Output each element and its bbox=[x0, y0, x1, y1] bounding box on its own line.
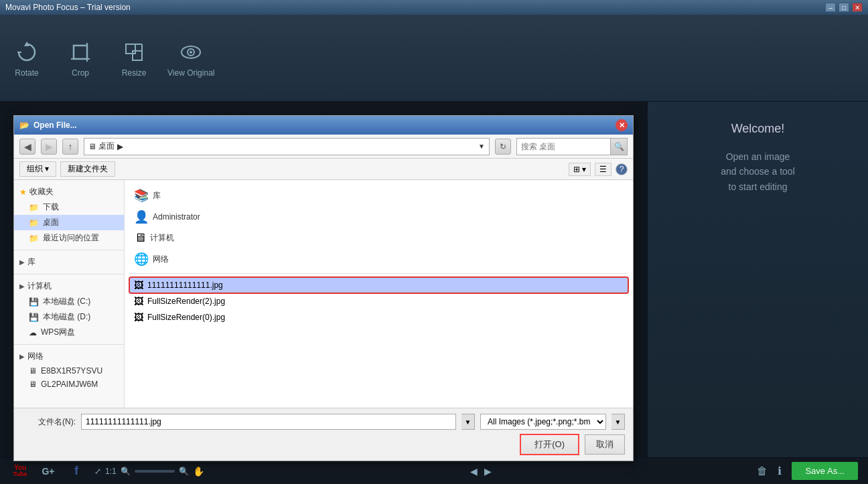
zoom-out-icon[interactable]: 🔍 bbox=[121, 467, 131, 476]
file-name-1: FullSizeRender(2).jpg bbox=[147, 297, 225, 306]
sidebar-item-network-1[interactable]: 🖥 E8BX1R57YSVU bbox=[14, 364, 124, 378]
filetype-dropdown[interactable]: ▼ bbox=[611, 414, 625, 430]
fit-icon[interactable]: ⤢ bbox=[94, 467, 101, 476]
organize-button[interactable]: 组织 ▾ bbox=[19, 161, 56, 177]
path-label: 桌面 bbox=[98, 141, 115, 152]
app-container: Rotate Crop Resize View Original bbox=[0, 15, 868, 484]
desktop-icon: 📁 bbox=[29, 218, 39, 228]
search-input[interactable] bbox=[516, 138, 610, 155]
delete-button[interactable]: 🗑 bbox=[757, 465, 768, 477]
sidebar-item-desktop[interactable]: 📁 桌面 bbox=[14, 215, 124, 230]
facebook-icon[interactable]: f bbox=[66, 463, 86, 479]
sidebar-group-library[interactable]: ▶ 库 bbox=[14, 254, 124, 270]
sidebar-item-wps[interactable]: ☁ WPS网盘 bbox=[14, 325, 124, 340]
top-toolbar: Rotate Crop Resize View Original bbox=[0, 15, 868, 102]
folder-item-0[interactable]: 📚 库 bbox=[130, 185, 628, 206]
right-panel: Welcome! Open an image and choose a tool… bbox=[647, 102, 868, 457]
filename-input[interactable] bbox=[81, 414, 456, 430]
search-button[interactable]: 🔍 bbox=[610, 138, 628, 155]
dialog-close-button[interactable]: ✕ bbox=[616, 119, 628, 131]
minimize-button[interactable]: – bbox=[825, 3, 836, 12]
sidebar-group-favorites[interactable]: ★ 收藏夹 bbox=[14, 184, 124, 199]
youtube-icon[interactable]: You Tube bbox=[10, 463, 30, 479]
crop-icon bbox=[67, 39, 94, 66]
zoom-label: 1:1 bbox=[105, 467, 117, 476]
library-label: 库 bbox=[27, 256, 35, 268]
folder-item-3[interactable]: 🌐 网络 bbox=[130, 249, 628, 269]
save-as-button[interactable]: Save As... bbox=[792, 462, 858, 480]
recent-icon: 📁 bbox=[29, 234, 39, 243]
prev-button[interactable]: ◀ bbox=[470, 466, 478, 477]
sidebar-item-drive-c[interactable]: 💾 本地磁盘 (C:) bbox=[14, 294, 124, 309]
view-original-icon bbox=[177, 39, 204, 66]
back-button[interactable]: ◀ bbox=[19, 139, 35, 155]
view-original-tool[interactable]: View Original bbox=[167, 39, 214, 78]
open-button[interactable]: 打开(O) bbox=[520, 434, 579, 455]
view-original-label: View Original bbox=[167, 68, 214, 78]
divider-3 bbox=[14, 344, 124, 345]
help-button[interactable]: ? bbox=[616, 163, 628, 175]
filetype-select[interactable]: All Images (*.jpeg;*.png;*.bm bbox=[480, 414, 606, 430]
filename-dropdown[interactable]: ▼ bbox=[461, 414, 475, 430]
info-button[interactable]: ℹ bbox=[778, 465, 782, 477]
sidebar-group-computer[interactable]: ▶ 计算机 bbox=[14, 278, 124, 294]
dialog-toolbar: ◀ ▶ ↑ 🖥 桌面 ▶ ▼ ↻ bbox=[14, 135, 633, 159]
rotate-label: Rotate bbox=[15, 68, 38, 78]
filename-row: 文件名(N): ▼ All Images (*.jpeg;*.png;*.bm … bbox=[22, 414, 625, 430]
svg-rect-6 bbox=[133, 51, 142, 60]
subtext-line2: and choose a tool bbox=[721, 166, 795, 177]
rotate-icon bbox=[13, 39, 40, 66]
path-dropdown-arrow[interactable]: ▼ bbox=[478, 143, 485, 150]
view-toggle-button[interactable]: ⊞ ▾ bbox=[569, 163, 591, 176]
close-button[interactable]: ✕ bbox=[852, 3, 863, 12]
refresh-button[interactable]: ↻ bbox=[495, 139, 511, 155]
next-button[interactable]: ▶ bbox=[484, 466, 492, 477]
sidebar-group-network[interactable]: ▶ 网络 bbox=[14, 349, 124, 364]
svg-rect-5 bbox=[126, 44, 135, 54]
search-bar: 🔍 bbox=[516, 138, 628, 155]
folder-item-1[interactable]: 👤 Administrator bbox=[130, 207, 628, 227]
resize-tool[interactable]: Resize bbox=[114, 39, 154, 78]
sidebar-item-recent[interactable]: 📁 最近访问的位置 bbox=[14, 230, 124, 246]
sidebar-item-network-2[interactable]: 🖥 GL2PAIMJW6M bbox=[14, 378, 124, 391]
computer-label: 计算机 bbox=[27, 280, 52, 292]
dialog-title: Open File... bbox=[33, 120, 77, 130]
new-folder-button[interactable]: 新建文件夹 bbox=[60, 161, 115, 177]
library-folder-name: 库 bbox=[153, 190, 161, 201]
google-plus-icon[interactable]: G+ bbox=[38, 463, 58, 479]
path-breadcrumb[interactable]: 🖥 桌面 ▶ ▼ bbox=[84, 138, 490, 155]
library-folder-icon: 📚 bbox=[134, 188, 149, 203]
file-item-2[interactable]: 🖼 FullSizeRender(0).jpg bbox=[130, 310, 628, 325]
path-icon: 🖥 bbox=[88, 142, 96, 151]
crop-label: Crop bbox=[72, 68, 89, 78]
folder-item-2[interactable]: 🖥 计算机 bbox=[130, 228, 628, 248]
hand-tool-icon[interactable]: ✋ bbox=[193, 466, 204, 477]
up-button[interactable]: ↑ bbox=[62, 139, 78, 155]
file-item-0[interactable]: 🖼 11111111111111.jpg bbox=[130, 278, 628, 293]
bottom-center: ◀ ▶ bbox=[470, 466, 492, 477]
main-canvas: 📂 Open File... ✕ ◀ ▶ ↑ 🖥 桌面 bbox=[0, 102, 647, 457]
computer-folder-icon: 🖥 bbox=[134, 231, 146, 245]
wps-label: WPS网盘 bbox=[41, 327, 75, 338]
zoom-slider[interactable] bbox=[135, 470, 175, 473]
rotate-tool[interactable]: Rotate bbox=[7, 39, 47, 78]
column-view-button[interactable]: ☰ bbox=[595, 163, 611, 176]
network-1-label: E8BX1R57YSVU bbox=[41, 366, 102, 376]
desktop-label: 桌面 bbox=[43, 217, 59, 228]
crop-tool[interactable]: Crop bbox=[60, 39, 100, 78]
svg-rect-2 bbox=[74, 46, 87, 59]
dialog-file-list: 📚 库 👤 Administrator 🖥 计算机 bbox=[125, 180, 633, 408]
computer-folder-name: 计算机 bbox=[150, 232, 174, 244]
path-bar: 🖥 桌面 ▶ ▼ bbox=[84, 138, 490, 155]
file-item-1[interactable]: 🖼 FullSizeRender(2).jpg bbox=[130, 294, 628, 309]
computer-expand-icon: ▶ bbox=[19, 283, 25, 290]
forward-button[interactable]: ▶ bbox=[41, 139, 57, 155]
maximize-button[interactable]: □ bbox=[839, 3, 849, 12]
zoom-in-icon[interactable]: 🔍 bbox=[179, 467, 189, 476]
bottom-right: 🗑 ℹ Save As... bbox=[757, 462, 858, 480]
cancel-button[interactable]: 取消 bbox=[585, 434, 625, 455]
file-divider bbox=[130, 273, 628, 274]
sidebar-item-download[interactable]: 📁 下载 bbox=[14, 199, 124, 215]
sidebar-item-drive-d[interactable]: 💾 本地磁盘 (D:) bbox=[14, 309, 124, 325]
subtext-line3: to start editing bbox=[729, 181, 788, 192]
